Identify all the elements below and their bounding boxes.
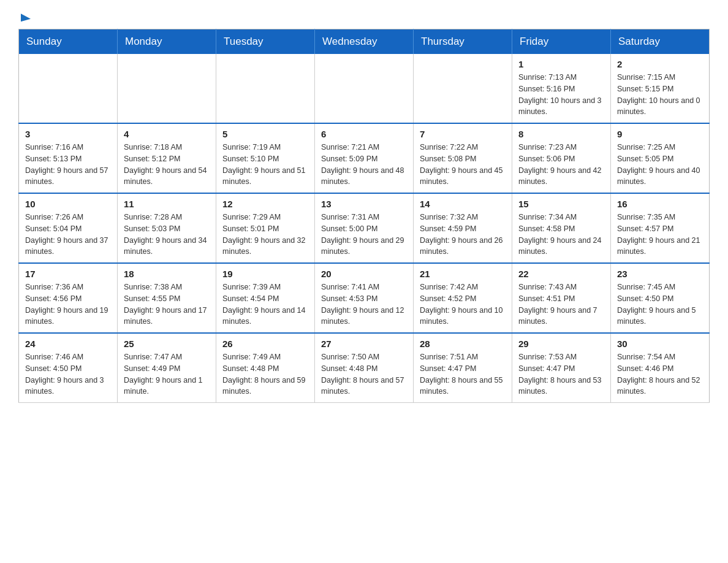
weekday-header-saturday: Saturday	[611, 29, 710, 55]
day-number: 9	[617, 129, 703, 139]
day-number: 4	[124, 129, 210, 139]
day-info: Sunrise: 7:49 AMSunset: 4:48 PMDaylight:…	[222, 351, 308, 397]
day-number: 5	[222, 129, 308, 139]
calendar-cell: 6Sunrise: 7:21 AMSunset: 5:09 PMDaylight…	[315, 123, 414, 193]
day-info: Sunrise: 7:28 AMSunset: 5:03 PMDaylight:…	[124, 212, 210, 258]
day-number: 22	[518, 269, 604, 279]
calendar-cell: 11Sunrise: 7:28 AMSunset: 5:03 PMDayligh…	[118, 193, 216, 263]
day-info: Sunrise: 7:15 AMSunset: 5:15 PMDaylight:…	[617, 72, 703, 118]
page-header	[18, 12, 710, 17]
calendar-cell: 2Sunrise: 7:15 AMSunset: 5:15 PMDaylight…	[611, 54, 710, 123]
day-number: 25	[124, 339, 210, 349]
calendar-cell: 30Sunrise: 7:54 AMSunset: 4:46 PMDayligh…	[611, 333, 710, 403]
day-number: 28	[420, 339, 506, 349]
day-info: Sunrise: 7:51 AMSunset: 4:47 PMDaylight:…	[420, 351, 506, 397]
day-info: Sunrise: 7:34 AMSunset: 4:58 PMDaylight:…	[518, 212, 604, 258]
week-row-3: 10Sunrise: 7:26 AMSunset: 5:04 PMDayligh…	[19, 193, 710, 263]
weekday-header-row: SundayMondayTuesdayWednesdayThursdayFrid…	[19, 29, 710, 55]
day-info: Sunrise: 7:46 AMSunset: 4:50 PMDaylight:…	[25, 351, 111, 397]
day-number: 24	[25, 339, 111, 349]
day-info: Sunrise: 7:16 AMSunset: 5:13 PMDaylight:…	[25, 142, 111, 188]
calendar-cell: 12Sunrise: 7:29 AMSunset: 5:01 PMDayligh…	[216, 193, 315, 263]
calendar-cell: 21Sunrise: 7:42 AMSunset: 4:52 PMDayligh…	[414, 263, 512, 333]
day-info: Sunrise: 7:36 AMSunset: 4:56 PMDaylight:…	[25, 282, 111, 327]
calendar-cell: 13Sunrise: 7:31 AMSunset: 5:00 PMDayligh…	[315, 193, 414, 263]
day-info: Sunrise: 7:50 AMSunset: 4:48 PMDaylight:…	[321, 351, 407, 397]
calendar-cell: 14Sunrise: 7:32 AMSunset: 4:59 PMDayligh…	[414, 193, 512, 263]
calendar-cell: 5Sunrise: 7:19 AMSunset: 5:10 PMDaylight…	[216, 123, 315, 193]
calendar-cell: 24Sunrise: 7:46 AMSunset: 4:50 PMDayligh…	[19, 333, 118, 403]
day-number: 10	[25, 199, 111, 209]
calendar-cell: 1Sunrise: 7:13 AMSunset: 5:16 PMDaylight…	[512, 54, 611, 123]
day-info: Sunrise: 7:22 AMSunset: 5:08 PMDaylight:…	[420, 142, 506, 188]
day-number: 19	[222, 269, 308, 279]
calendar-cell: 26Sunrise: 7:49 AMSunset: 4:48 PMDayligh…	[216, 333, 315, 403]
calendar-cell: 16Sunrise: 7:35 AMSunset: 4:57 PMDayligh…	[611, 193, 710, 263]
day-info: Sunrise: 7:41 AMSunset: 4:53 PMDaylight:…	[321, 282, 407, 327]
day-number: 8	[518, 129, 604, 139]
calendar-cell: 4Sunrise: 7:18 AMSunset: 5:12 PMDaylight…	[118, 123, 216, 193]
calendar-cell: 28Sunrise: 7:51 AMSunset: 4:47 PMDayligh…	[414, 333, 512, 403]
calendar-table: SundayMondayTuesdayWednesdayThursdayFrid…	[18, 29, 710, 403]
day-number: 13	[321, 199, 407, 209]
calendar-cell: 8Sunrise: 7:23 AMSunset: 5:06 PMDaylight…	[512, 123, 611, 193]
day-info: Sunrise: 7:42 AMSunset: 4:52 PMDaylight:…	[420, 282, 506, 327]
day-number: 30	[617, 339, 703, 349]
day-number: 1	[518, 59, 604, 69]
day-number: 15	[518, 199, 604, 209]
calendar-cell: 18Sunrise: 7:38 AMSunset: 4:55 PMDayligh…	[118, 263, 216, 333]
day-info: Sunrise: 7:35 AMSunset: 4:57 PMDaylight:…	[617, 212, 703, 258]
day-info: Sunrise: 7:18 AMSunset: 5:12 PMDaylight:…	[124, 142, 210, 188]
calendar-cell: 29Sunrise: 7:53 AMSunset: 4:47 PMDayligh…	[512, 333, 611, 403]
day-info: Sunrise: 7:19 AMSunset: 5:10 PMDaylight:…	[222, 142, 308, 188]
day-info: Sunrise: 7:31 AMSunset: 5:00 PMDaylight:…	[321, 212, 407, 258]
week-row-2: 3Sunrise: 7:16 AMSunset: 5:13 PMDaylight…	[19, 123, 710, 193]
calendar-cell	[315, 54, 414, 123]
calendar-cell: 3Sunrise: 7:16 AMSunset: 5:13 PMDaylight…	[19, 123, 118, 193]
day-number: 11	[124, 199, 210, 209]
day-info: Sunrise: 7:47 AMSunset: 4:49 PMDaylight:…	[124, 351, 210, 397]
day-number: 23	[617, 269, 703, 279]
calendar-cell: 25Sunrise: 7:47 AMSunset: 4:49 PMDayligh…	[118, 333, 216, 403]
day-info: Sunrise: 7:53 AMSunset: 4:47 PMDaylight:…	[518, 351, 604, 397]
day-info: Sunrise: 7:25 AMSunset: 5:05 PMDaylight:…	[617, 142, 703, 188]
week-row-1: 1Sunrise: 7:13 AMSunset: 5:16 PMDaylight…	[19, 54, 710, 123]
day-info: Sunrise: 7:39 AMSunset: 4:54 PMDaylight:…	[222, 282, 308, 327]
weekday-header-sunday: Sunday	[19, 29, 118, 55]
day-info: Sunrise: 7:29 AMSunset: 5:01 PMDaylight:…	[222, 212, 308, 258]
day-number: 20	[321, 269, 407, 279]
week-row-4: 17Sunrise: 7:36 AMSunset: 4:56 PMDayligh…	[19, 263, 710, 333]
day-info: Sunrise: 7:54 AMSunset: 4:46 PMDaylight:…	[617, 351, 703, 397]
day-number: 27	[321, 339, 407, 349]
day-info: Sunrise: 7:45 AMSunset: 4:50 PMDaylight:…	[617, 282, 703, 327]
day-info: Sunrise: 7:23 AMSunset: 5:06 PMDaylight:…	[518, 142, 604, 188]
weekday-header-thursday: Thursday	[414, 29, 512, 55]
week-row-5: 24Sunrise: 7:46 AMSunset: 4:50 PMDayligh…	[19, 333, 710, 403]
day-info: Sunrise: 7:26 AMSunset: 5:04 PMDaylight:…	[25, 212, 111, 258]
day-info: Sunrise: 7:13 AMSunset: 5:16 PMDaylight:…	[518, 72, 604, 118]
weekday-header-tuesday: Tuesday	[216, 29, 315, 55]
calendar-cell: 23Sunrise: 7:45 AMSunset: 4:50 PMDayligh…	[611, 263, 710, 333]
calendar-cell	[19, 54, 118, 123]
day-number: 12	[222, 199, 308, 209]
calendar-cell: 27Sunrise: 7:50 AMSunset: 4:48 PMDayligh…	[315, 333, 414, 403]
logo	[18, 12, 31, 17]
weekday-header-friday: Friday	[512, 29, 611, 55]
day-number: 2	[617, 59, 703, 69]
day-number: 26	[222, 339, 308, 349]
weekday-header-wednesday: Wednesday	[315, 29, 414, 55]
day-info: Sunrise: 7:21 AMSunset: 5:09 PMDaylight:…	[321, 142, 407, 188]
calendar-cell: 7Sunrise: 7:22 AMSunset: 5:08 PMDaylight…	[414, 123, 512, 193]
day-number: 6	[321, 129, 407, 139]
calendar-cell: 19Sunrise: 7:39 AMSunset: 4:54 PMDayligh…	[216, 263, 315, 333]
calendar-cell	[216, 54, 315, 123]
calendar-cell: 15Sunrise: 7:34 AMSunset: 4:58 PMDayligh…	[512, 193, 611, 263]
calendar-cell: 22Sunrise: 7:43 AMSunset: 4:51 PMDayligh…	[512, 263, 611, 333]
day-info: Sunrise: 7:38 AMSunset: 4:55 PMDaylight:…	[124, 282, 210, 327]
day-number: 17	[25, 269, 111, 279]
calendar-cell: 9Sunrise: 7:25 AMSunset: 5:05 PMDaylight…	[611, 123, 710, 193]
day-info: Sunrise: 7:32 AMSunset: 4:59 PMDaylight:…	[420, 212, 506, 258]
day-info: Sunrise: 7:43 AMSunset: 4:51 PMDaylight:…	[518, 282, 604, 327]
calendar-cell	[414, 54, 512, 123]
day-number: 18	[124, 269, 210, 279]
